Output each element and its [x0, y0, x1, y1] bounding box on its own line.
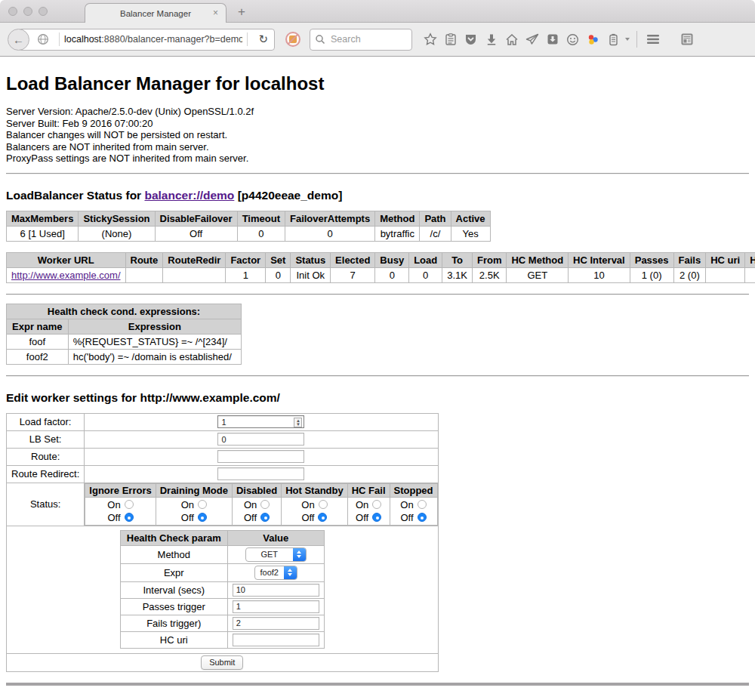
radio-stopped-on[interactable]	[418, 500, 427, 509]
back-button[interactable]: ←	[8, 29, 29, 51]
col-method: Method	[375, 211, 420, 226]
route-label: Route:	[7, 448, 85, 465]
health-check-table: Health Check param Value Method GET	[120, 530, 325, 649]
table-title-row: Health check cond. expressions:	[7, 304, 242, 319]
radio-hc-fail-on[interactable]	[372, 500, 381, 509]
browser-tab[interactable]: Balancer Manager ×	[85, 3, 226, 23]
url-bar[interactable]: localhost:8880/balancer-manager?b=demo&w…	[18, 29, 275, 51]
chevron-down-icon[interactable]	[625, 38, 630, 41]
route-redirect-label: Route Redirect:	[7, 465, 85, 483]
edit-worker-heading: Edit worker settings for http://www.exam…	[6, 391, 749, 405]
radio-stopped-off[interactable]	[418, 513, 427, 522]
window-controls	[8, 7, 48, 16]
route-input[interactable]	[217, 450, 304, 463]
table-row: foof %{REQUEST_STATUS} =~ /^[234]/	[7, 334, 242, 349]
send-page-icon[interactable]	[522, 29, 542, 50]
proxypass-note-line: ProxyPass settings are NOT inherited fro…	[6, 153, 749, 165]
radio-draining-mode-on[interactable]	[198, 500, 207, 509]
divider	[6, 375, 749, 377]
lb-set-label: LB Set:	[7, 430, 85, 448]
save-to-box-icon[interactable]	[542, 29, 562, 50]
passes-input[interactable]	[233, 600, 319, 613]
balancer-status-table: MaxMembers StickySession DisableFailover…	[6, 211, 491, 242]
status-label: Status:	[7, 483, 85, 526]
balancer-demo-link[interactable]: balancer://demo	[144, 189, 234, 202]
window-close-button[interactable]	[8, 7, 17, 16]
workers-table: Worker URL Route RouteRedir Factor Set S…	[6, 252, 755, 283]
fails-label: Fails trigger)	[120, 615, 227, 631]
window-zoom-button[interactable]	[39, 7, 48, 16]
search-bar[interactable]	[310, 29, 412, 51]
fails-row: Fails trigger)	[120, 615, 324, 631]
health-expressions-table: Health check cond. expressions: Expr nam…	[6, 304, 242, 365]
bottom-divider	[6, 683, 749, 686]
passes-label: Passes trigger	[120, 598, 227, 615]
content-blocked-icon[interactable]	[285, 32, 300, 47]
col-draining-mode: Draining Mode	[156, 483, 232, 497]
radio-hot-standby-on[interactable]	[319, 500, 328, 509]
radio-disabled-off[interactable]	[260, 513, 270, 522]
col-disabled: Disabled	[232, 483, 281, 497]
number-stepper-icon[interactable]: ▲▼	[294, 418, 302, 427]
url-text: localhost:8880/balancer-manager?b=demo&w…	[64, 34, 242, 45]
lb-set-input[interactable]	[217, 433, 304, 446]
submit-row: Submit	[7, 653, 439, 671]
fails-input[interactable]	[233, 617, 319, 630]
pocket-icon[interactable]	[461, 29, 481, 50]
new-tab-button[interactable]: +	[238, 5, 245, 20]
search-input[interactable]	[329, 33, 405, 45]
chat-smiley-icon[interactable]	[562, 29, 583, 50]
radio-hc-fail-off[interactable]	[372, 513, 381, 522]
load-factor-input[interactable]	[217, 415, 304, 428]
method-row: Method GET	[120, 545, 324, 563]
reload-icon[interactable]: ↻	[252, 32, 274, 46]
select-stepper-icon	[293, 548, 306, 561]
titlebar: Balancer Manager × +	[0, 0, 755, 23]
col-stickysession: StickySession	[79, 211, 155, 226]
col-failoverattempts: FailoverAttempts	[285, 211, 374, 226]
method-label: Method	[120, 545, 227, 563]
heading-prefix: LoadBalancer Status for	[6, 189, 144, 202]
browser-window: Balancer Manager × + ← localhost:8880/ba…	[0, 0, 755, 700]
load-factor-row: Load factor: ▲▼	[7, 413, 439, 430]
globe-icon	[37, 33, 49, 45]
hc-uri-input[interactable]	[233, 634, 319, 646]
color-dots-extension-icon[interactable]	[583, 29, 603, 50]
inherit-note-line: Balancers are NOT inherited from main se…	[6, 141, 749, 153]
route-redirect-input[interactable]	[217, 467, 304, 480]
load-factor-label: Load factor:	[7, 413, 85, 430]
expr-label: Expr	[120, 563, 227, 581]
table-header-row: Worker URL Route RouteRedir Factor Set S…	[7, 252, 755, 267]
radio-disabled-on[interactable]	[260, 500, 270, 509]
radio-draining-mode-off[interactable]	[198, 513, 207, 522]
radio-ignore-errors-off[interactable]	[125, 513, 134, 522]
health-params-row: Health Check param Value Method GET	[7, 526, 439, 653]
method-select[interactable]: GET	[245, 547, 307, 562]
col-path: Path	[420, 211, 451, 226]
interval-input[interactable]	[233, 584, 319, 597]
submit-button[interactable]: Submit	[201, 655, 243, 670]
container-battery-icon[interactable]	[603, 29, 624, 50]
worker-url-link[interactable]: http://www.example.com/	[11, 270, 121, 281]
bookmark-star-icon[interactable]	[420, 29, 440, 50]
persist-note-line: Balancer changes will NOT be persisted o…	[6, 129, 749, 141]
edit-worker-form: Load factor: ▲▼ LB Set: Route: Route Red…	[6, 413, 439, 672]
reading-list-icon[interactable]	[440, 29, 461, 50]
select-stepper-icon	[284, 566, 297, 579]
downloads-icon[interactable]	[481, 29, 501, 50]
reader-news-icon[interactable]	[676, 29, 697, 50]
col-hc-fail: HC Fail	[347, 483, 390, 497]
col-active: Active	[451, 211, 490, 226]
window-minimize-button[interactable]	[23, 7, 32, 16]
interval-label: Interval (secs)	[120, 581, 227, 598]
expr-select[interactable]: foof2	[254, 566, 297, 580]
url-domain: localhost	[64, 34, 101, 45]
search-icon	[315, 34, 325, 45]
table-header-row: MaxMembers StickySession DisableFailover…	[7, 211, 491, 226]
home-icon[interactable]	[501, 29, 522, 50]
radio-hot-standby-off[interactable]	[318, 513, 327, 522]
table-row: foof2 hc('body') =~ /domain is establish…	[7, 349, 242, 364]
tab-close-icon[interactable]: ×	[213, 8, 218, 18]
radio-ignore-errors-on[interactable]	[125, 500, 134, 509]
menu-hamburger-icon[interactable]	[643, 29, 663, 50]
